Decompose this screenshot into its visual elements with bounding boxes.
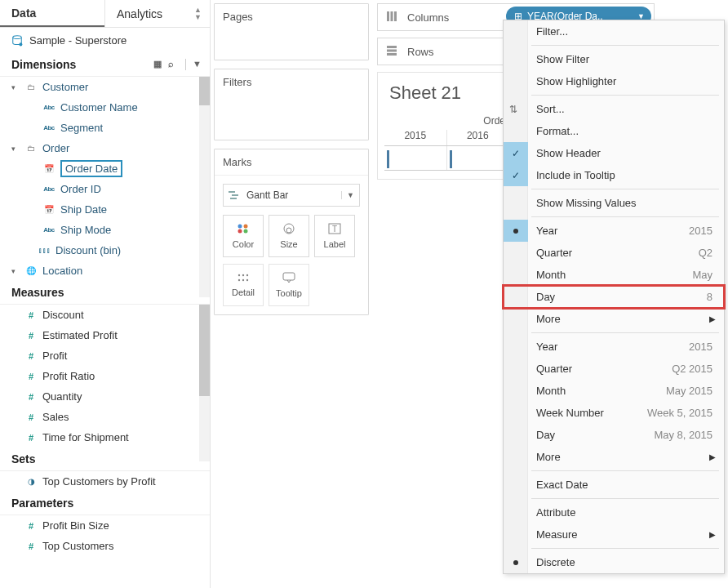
ctx-show-missing[interactable]: Show Missing Values (504, 192, 724, 214)
mark-type-dropdown[interactable]: Gantt Bar ▼ (223, 184, 360, 207)
measure-discount[interactable]: #Discount (0, 305, 210, 325)
dim-segment[interactable]: AbcSegment (0, 118, 210, 138)
dim-ship-date[interactable]: 📅Ship Date (0, 199, 210, 220)
dim-location-folder[interactable]: ▾🌐Location (0, 261, 210, 281)
chevron-down-icon: ▾ (11, 267, 20, 275)
ctx-show-filter[interactable]: Show Filter (504, 48, 724, 70)
chevron-right-icon: ▶ (709, 530, 716, 539)
marks-color[interactable]: Color (223, 215, 264, 257)
measure-sales[interactable]: #Sales (0, 407, 210, 427)
dim-ship-mode[interactable]: AbcShip Mode (0, 220, 210, 240)
section-sets: Sets (0, 448, 210, 471)
dim-customer-folder[interactable]: ▾🗀Customer (0, 77, 210, 97)
cards-column: Pages Filters Marks Gantt Bar ▼ Color Si… (214, 3, 369, 323)
ctx-quarter[interactable]: QuarterQ2 (504, 242, 724, 264)
ctx-more2[interactable]: More▶ (504, 446, 724, 468)
dim-discount-bin[interactable]: ⫾⫾⫾Discount (bin) (0, 240, 210, 261)
pages-card[interactable]: Pages (214, 3, 369, 60)
dim-scrollbar-track[interactable] (199, 77, 210, 297)
dim-scrollbar-thumb[interactable] (199, 77, 210, 105)
ctx-measure[interactable]: Measure▶ (504, 523, 724, 546)
hash-icon: # (24, 412, 38, 422)
dimensions-tree: ▾🗀Customer AbcCustomer Name AbcSegment ▾… (0, 77, 210, 281)
svg-rect-2 (229, 191, 235, 193)
ctx-quarter2[interactable]: QuarterQ2 2015 (504, 358, 724, 380)
svg-rect-24 (387, 49, 397, 51)
ctx-discrete[interactable]: Discrete (504, 551, 724, 573)
dim-order-date[interactable]: 📅Order Date (0, 158, 210, 179)
tab-analytics[interactable]: Analytics ▲▼ (104, 0, 210, 27)
ctx-format[interactable]: Format... (504, 120, 724, 142)
view-grid-icon[interactable]: ▦ (153, 59, 162, 70)
ctx-more[interactable]: More▶ (504, 308, 724, 330)
svg-point-10 (286, 228, 291, 233)
meas-scrollbar-thumb[interactable] (199, 305, 210, 396)
chevron-down-icon: ▼ (341, 191, 359, 199)
svg-text:T: T (332, 225, 337, 234)
param-top-customers[interactable]: #Top Customers (0, 536, 210, 556)
marks-tooltip[interactable]: Tooltip (269, 264, 309, 306)
abc-icon: Abc (42, 124, 55, 131)
marks-title: Marks (215, 149, 368, 176)
measures-list: #Discount #Estimated Profit #Profit #Pro… (0, 305, 210, 448)
bar-2015 (384, 146, 447, 170)
dim-order-id[interactable]: AbcOrder ID (0, 179, 210, 199)
marks-label[interactable]: TLabel (314, 215, 355, 257)
search-icon[interactable]: ⌕ (168, 59, 174, 70)
ctx-show-header[interactable]: ✓Show Header (504, 142, 724, 164)
ctx-month[interactable]: MonthMay (504, 264, 724, 286)
tooltip-icon (282, 272, 295, 285)
ctx-attribute[interactable]: Attribute (504, 501, 724, 523)
ctx-year[interactable]: Year2015 (504, 220, 724, 242)
hash-icon: # (24, 372, 38, 381)
svg-rect-20 (387, 11, 389, 21)
measure-estimated-profit[interactable]: #Estimated Profit (0, 325, 210, 345)
chevron-right-icon: ▶ (709, 314, 716, 323)
menu-caret-icon[interactable]: ▼ (193, 59, 202, 70)
check-icon: ✓ (504, 164, 528, 186)
measure-time-for-shipment[interactable]: #Time for Shipment (0, 427, 210, 448)
column-header: Orde (384, 115, 508, 127)
year-2015[interactable]: 2015 (384, 130, 447, 145)
measure-quantity[interactable]: #Quantity (0, 386, 210, 407)
param-profit-bin-size[interactable]: #Profit Bin Size (0, 515, 210, 536)
ctx-filter[interactable]: Filter... (504, 20, 724, 42)
ctx-exact-date[interactable]: Exact Date (504, 474, 724, 496)
tab-data[interactable]: Data (0, 0, 104, 27)
sheet-title[interactable]: Sheet 21 (384, 82, 508, 115)
ctx-sort[interactable]: ⇅Sort... (504, 98, 724, 120)
set-top-customers[interactable]: ◑Top Customers by Profit (0, 471, 210, 492)
ctx-day[interactable]: Day8 (504, 286, 724, 308)
ctx-week2[interactable]: Week NumberWeek 5, 2015 (504, 402, 724, 424)
ctx-month2[interactable]: MonthMay 2015 (504, 380, 724, 402)
datasource-row[interactable]: Sample - Superstore (0, 28, 210, 53)
marks-grid-row2: Detail Tooltip (215, 264, 368, 314)
dim-customer-name[interactable]: AbcCustomer Name (0, 97, 210, 118)
ctx-show-highlighter[interactable]: Show Highlighter (504, 70, 724, 92)
svg-point-14 (242, 274, 244, 276)
rows-label: Rows (407, 46, 434, 58)
measure-profit[interactable]: #Profit (0, 345, 210, 366)
gantt-mark[interactable] (450, 150, 452, 168)
marks-grid-row1: Color Size TLabel (215, 215, 368, 264)
ctx-include-tooltip[interactable]: ✓Include in Tooltip (504, 164, 724, 186)
svg-point-6 (244, 225, 248, 229)
dim-order-folder[interactable]: ▾🗀Order (0, 138, 210, 158)
columns-label: Columns (407, 11, 449, 24)
marks-size[interactable]: Size (269, 215, 309, 257)
venn-icon: ◑ (24, 477, 38, 486)
calendar-icon: 📅 (42, 205, 55, 214)
svg-point-13 (238, 274, 240, 276)
abc-icon: Abc (42, 104, 55, 111)
bar-2016 (447, 146, 509, 170)
radio-icon (504, 551, 528, 573)
year-2016[interactable]: 2016 (447, 130, 509, 145)
folder-icon: 🗀 (24, 144, 38, 153)
marks-detail[interactable]: Detail (223, 264, 264, 306)
filters-card[interactable]: Filters (214, 69, 369, 140)
ctx-year2[interactable]: Year2015 (504, 336, 724, 358)
gantt-mark[interactable] (387, 150, 389, 168)
measure-profit-ratio[interactable]: #Profit Ratio (0, 366, 210, 386)
ctx-day2[interactable]: DayMay 8, 2015 (504, 424, 724, 446)
meas-scrollbar-track[interactable] (199, 305, 210, 461)
